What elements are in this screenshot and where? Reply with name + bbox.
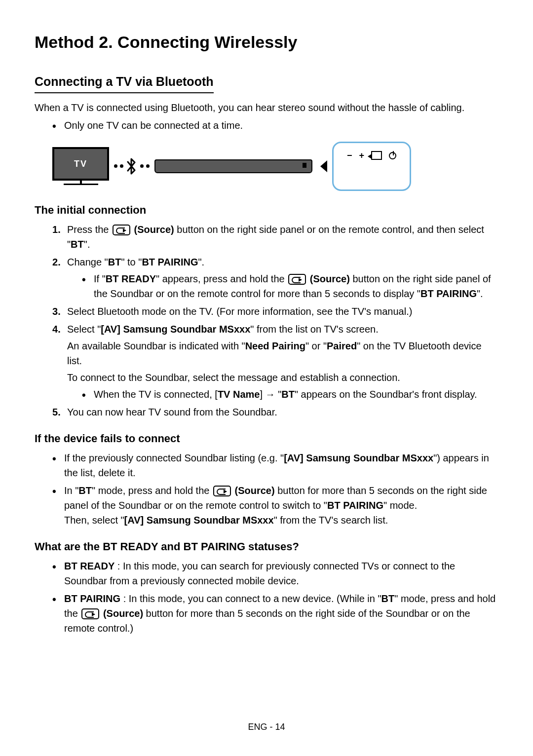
intro-bullet: Only one TV can be connected at a time.	[52, 118, 498, 133]
soundbar-illustration	[154, 159, 312, 173]
text: BT PAIRING	[327, 500, 383, 511]
text: BT PAIRING	[142, 257, 198, 267]
page-title: Method 2. Connecting Wirelessly	[35, 30, 498, 55]
subheading-statuses: What are the BT READY and BT PAIRING sta…	[35, 538, 498, 555]
step-2: Change "BT" to "BT PAIRING". If "BT READ…	[52, 255, 498, 301]
side-panel-illustration: − +	[332, 142, 411, 191]
text: BT PAIRING	[64, 593, 120, 604]
bluetooth-icon	[126, 158, 137, 175]
fail-bullet-1: If the previously connected Soundbar lis…	[52, 451, 498, 480]
text: " mode.	[383, 500, 417, 511]
text: (Source)	[307, 273, 350, 284]
text: " to "	[121, 257, 142, 267]
text: : In this mode, you can search for previ…	[64, 561, 455, 586]
connection-diagram: TV − +	[52, 142, 498, 191]
text: Select "	[67, 324, 101, 335]
text: TV Name	[218, 389, 260, 400]
step-5: You can now hear TV sound from the Sound…	[52, 405, 498, 419]
text: If "	[94, 273, 106, 284]
text: (Source)	[100, 608, 143, 619]
text: Press the	[67, 224, 112, 235]
volume-minus-icon: −	[347, 149, 352, 162]
text: Need Pairing	[245, 340, 305, 351]
power-icon	[389, 152, 396, 159]
text: BT PAIRING	[420, 288, 477, 299]
text: BT	[281, 389, 295, 400]
text: Paired	[327, 340, 357, 351]
step-4: Select "[AV] Samsung Soundbar MSxxx" fro…	[52, 322, 498, 402]
text: " mode, press and hold the	[92, 485, 212, 496]
status-bt-ready: BT READY : In this mode, you can search …	[52, 559, 498, 588]
source-icon	[113, 225, 130, 235]
text: [AV] Samsung Soundbar MSxxx	[284, 453, 433, 463]
initial-connection-steps: Press the (Source) button on the right s…	[35, 222, 498, 419]
text: BT READY	[106, 273, 156, 284]
text: (Source)	[131, 224, 174, 235]
page-footer: ENG - 14	[0, 720, 533, 734]
fail-bullets: If the previously connected Soundbar lis…	[35, 451, 498, 528]
source-icon	[371, 151, 382, 160]
text: " appears, press and hold the	[156, 273, 287, 284]
text: " from the list on TV's screen.	[250, 324, 379, 335]
subheading-fails-to-connect: If the device fails to connect	[35, 430, 498, 447]
text: BT	[71, 239, 84, 250]
intro-text: When a TV is connected using Bluetooth, …	[35, 100, 498, 115]
volume-plus-icon: +	[359, 149, 365, 162]
step-2-sub: If "BT READY" appears, press and hold th…	[82, 271, 498, 301]
text: ".	[477, 288, 483, 299]
text: Then, select "	[64, 515, 124, 526]
text: BT READY	[64, 561, 114, 571]
text: ".	[84, 239, 90, 250]
text: [AV] Samsung Soundbar MSxxx	[101, 324, 250, 335]
text: " or "	[305, 340, 327, 351]
source-icon	[81, 608, 99, 619]
text: ] → "	[260, 389, 281, 400]
text: : In this mode, you can connect to a new…	[120, 593, 381, 604]
step-3: Select Bluetooth mode on the TV. (For mo…	[52, 304, 498, 319]
text: " appears on the Soundbar's front displa…	[295, 389, 477, 400]
text: To connect to the Soundbar, select the m…	[67, 370, 498, 385]
text: BT	[78, 485, 92, 496]
text: [AV] Samsung Soundbar MSxxx	[124, 515, 274, 526]
text: Change "	[67, 257, 108, 267]
tv-illustration: TV	[52, 147, 109, 185]
step-4-sub: When the TV is connected, [TV Name] → "B…	[82, 387, 498, 402]
tv-stand	[64, 184, 98, 185]
status-bullets: BT READY : In this mode, you can search …	[35, 559, 498, 636]
source-icon	[288, 274, 306, 285]
text: If the previously connected Soundbar lis…	[64, 453, 284, 463]
text: An available Soundbar is indicated with …	[67, 340, 245, 351]
text: " from the TV's search list.	[274, 515, 388, 526]
connector-arrow	[320, 160, 327, 172]
text: ".	[198, 257, 204, 267]
section-heading-bluetooth: Connecting a TV via Bluetooth	[35, 73, 214, 93]
text: When the TV is connected, [	[94, 389, 218, 400]
text: BT	[381, 593, 395, 604]
text: (Source)	[232, 485, 275, 496]
bluetooth-signal	[114, 158, 150, 175]
status-bt-pairing: BT PAIRING : In this mode, you can conne…	[52, 591, 498, 636]
source-icon	[213, 486, 231, 496]
text: BT	[108, 257, 121, 267]
subheading-initial-connection: The initial connection	[35, 202, 498, 218]
fail-bullet-2: In "BT" mode, press and hold the (Source…	[52, 483, 498, 528]
tv-screen: TV	[52, 147, 109, 181]
step-1: Press the (Source) button on the right s…	[52, 222, 498, 252]
text: In "	[64, 485, 78, 496]
